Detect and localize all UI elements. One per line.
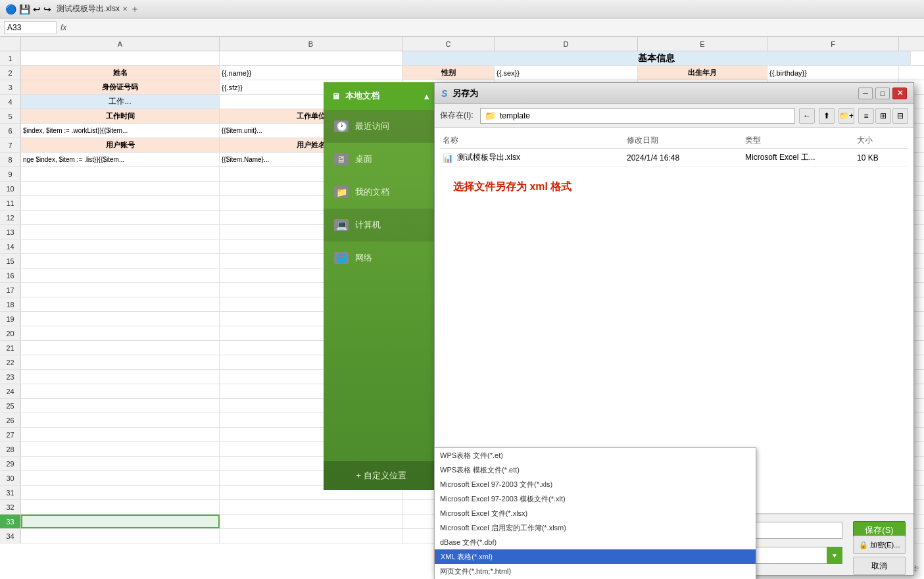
list-item[interactable]: 📊 测试模板导出.xlsx 2024/1/4 16:48 Microsoft E… bbox=[440, 149, 908, 167]
row-number: 18 bbox=[0, 297, 21, 311]
cell-A9[interactable] bbox=[21, 167, 220, 181]
view-list-button[interactable]: ≡ bbox=[858, 108, 874, 124]
cell-reference-input[interactable] bbox=[4, 21, 57, 34]
cell-E2[interactable]: 出生年月 bbox=[638, 66, 767, 80]
view-icon-button[interactable]: ⊞ bbox=[875, 108, 891, 124]
sidebar-item-computer[interactable]: 💻 计算机 bbox=[324, 209, 439, 241]
nav-chevron-icon[interactable]: ▲ bbox=[422, 91, 431, 101]
add-tab-btn[interactable]: ＋ bbox=[130, 3, 139, 15]
dropdown-item-xls97[interactable]: Microsoft Excel 97-2003 文件(*.xls) bbox=[435, 477, 756, 491]
formula-bar: fx bbox=[0, 18, 924, 37]
cell-A8[interactable]: nge $index, $item := .list}}{{$item... bbox=[21, 153, 220, 166]
sidebar-item-label: 网络 bbox=[355, 252, 372, 264]
cancel-button[interactable]: 取消 bbox=[853, 557, 906, 575]
cell-C1-merged[interactable]: 基本信息 bbox=[402, 51, 911, 65]
sidebar-item-network[interactable]: 🌐 网络 bbox=[324, 241, 439, 274]
table-row: 1 基本信息 bbox=[0, 51, 924, 66]
cell-C2[interactable]: 性别 bbox=[402, 66, 495, 80]
sidebar-item-recent[interactable]: 🕐 最近访问 bbox=[324, 110, 439, 143]
row-number: 13 bbox=[0, 225, 21, 239]
cell-B2[interactable]: {{.name}} bbox=[220, 66, 402, 80]
col-header-B[interactable]: B bbox=[220, 37, 402, 51]
dropdown-item-ett[interactable]: WPS表格 模板文件(*.ett) bbox=[435, 463, 756, 477]
wps-s-icon: S bbox=[441, 88, 447, 99]
sidebar-item-desktop[interactable]: 🖥 桌面 bbox=[324, 143, 439, 176]
new-folder-button[interactable]: 📁+ bbox=[839, 108, 854, 124]
dropdown-item-xlsx[interactable]: Microsoft Excel 文件(*.xlsx) bbox=[435, 506, 756, 520]
col-header-C[interactable]: C bbox=[402, 37, 495, 51]
sidebar-item-label: 计算机 bbox=[355, 219, 381, 231]
close-button[interactable]: ✕ bbox=[892, 88, 907, 99]
undo-icon[interactable]: ↩ bbox=[33, 4, 41, 14]
col-header-name: 名称 bbox=[440, 135, 624, 146]
redo-icon[interactable]: ↪ bbox=[43, 4, 51, 14]
location-label: 保存在(I): bbox=[440, 110, 476, 121]
secondary-action-buttons: 🔒 加密(E)... 取消 bbox=[853, 536, 906, 575]
cell-D2[interactable]: {{.sex}} bbox=[495, 66, 638, 80]
file-name-cell: 📊 测试模板导出.xlsx bbox=[440, 152, 624, 163]
dropdown-item-xlt97[interactable]: Microsoft Excel 97-2003 模板文件(*.xlt) bbox=[435, 491, 756, 506]
row-number: 31 bbox=[0, 486, 21, 499]
computer-icon: 💻 bbox=[334, 219, 349, 231]
row-number: 15 bbox=[0, 254, 21, 268]
cell-B1[interactable] bbox=[220, 51, 402, 65]
row-number: 34 bbox=[0, 529, 21, 543]
dropdown-item-xlsm[interactable]: Microsoft Excel 启用宏的工作簿(*.xlsm) bbox=[435, 520, 756, 535]
sidebar-item-mydocs[interactable]: 📁 我的文档 bbox=[324, 176, 439, 209]
nav-up-button[interactable]: ⬆ bbox=[819, 108, 835, 124]
sidebar-item-label: 最近访问 bbox=[355, 120, 389, 132]
col-header-F[interactable]: F bbox=[767, 37, 899, 51]
add-location-button[interactable]: + 自定义位置 bbox=[324, 461, 439, 490]
dropdown-item-et[interactable]: WPS表格 文件(*.et) bbox=[435, 448, 756, 463]
sidebar-item-label: 桌面 bbox=[355, 153, 372, 165]
folder-icon: 📁 bbox=[334, 186, 349, 198]
row-number: 17 bbox=[0, 283, 21, 297]
filetype-dropdown[interactable]: WPS表格 文件(*.et) WPS表格 模板文件(*.ett) Microso… bbox=[434, 447, 756, 579]
cell-A4[interactable]: 工作... bbox=[21, 95, 220, 109]
minimize-button[interactable]: ─ bbox=[858, 88, 873, 99]
file-type-cell: Microsoft Excel 工... bbox=[742, 152, 854, 163]
cell-A5[interactable]: 工作时间 bbox=[21, 109, 220, 123]
row-number: 10 bbox=[0, 182, 21, 195]
cell-A7[interactable]: 用户账号 bbox=[21, 138, 220, 152]
wps-icon: 🔵 bbox=[5, 4, 16, 14]
col-header-size: 大小 bbox=[854, 135, 907, 146]
row-number: 11 bbox=[0, 196, 21, 210]
dropdown-item-dbf[interactable]: dBase 文件(*.dbf) bbox=[435, 535, 756, 549]
dropdown-item-htm[interactable]: 网页文件(*.htm;*.html) bbox=[435, 564, 756, 578]
row-number: 33 bbox=[0, 515, 21, 528]
location-box[interactable]: 📁 template bbox=[480, 108, 795, 124]
titlebar-icons: 🔵 💾 ↩ ↪ bbox=[5, 4, 51, 14]
cell-A3[interactable]: 身份证号码 bbox=[21, 80, 220, 94]
dropdown-item-xml[interactable]: XML 表格(*.xml) bbox=[435, 549, 756, 564]
corner-cell bbox=[0, 37, 21, 51]
row-number: 16 bbox=[0, 268, 21, 282]
cell-A33[interactable] bbox=[21, 515, 220, 528]
col-header-D[interactable]: D bbox=[495, 37, 638, 51]
save-icon[interactable]: 💾 bbox=[19, 4, 30, 14]
tab-close-btn[interactable]: ✕ bbox=[122, 5, 128, 13]
column-headers: A B C D E F bbox=[0, 37, 924, 51]
col-header-E[interactable]: E bbox=[638, 37, 767, 51]
file-size-cell: 10 KB bbox=[854, 153, 907, 163]
nav-back-button[interactable]: ← bbox=[799, 108, 815, 124]
maximize-button[interactable]: □ bbox=[875, 88, 890, 99]
row-number: 30 bbox=[0, 471, 21, 485]
row-number: 14 bbox=[0, 239, 21, 253]
cell-F2[interactable]: {{.birthday}} bbox=[767, 66, 899, 80]
encrypt-button[interactable]: 🔒 加密(E)... bbox=[853, 536, 906, 554]
col-header-A[interactable]: A bbox=[21, 37, 220, 51]
cell-A1[interactable] bbox=[21, 51, 220, 65]
row-number: 6 bbox=[0, 124, 21, 138]
row-number: 22 bbox=[0, 355, 21, 369]
row-number: 23 bbox=[0, 370, 21, 384]
file-name: 测试模板导出.xlsx bbox=[457, 152, 520, 163]
cell-A2[interactable]: 姓名 bbox=[21, 66, 220, 80]
view-detail-button[interactable]: ⊟ bbox=[892, 108, 908, 124]
cell-A6[interactable]: $index, $item := .workList}}{{$item... bbox=[21, 124, 220, 138]
row-number: 2 bbox=[0, 66, 21, 80]
row-number: 32 bbox=[0, 500, 21, 514]
file-nav-panel: 🖥 本地文档 ▲ 🕐 最近访问 🖥 桌面 📁 我的文档 💻 计算机 🌐 网络 +… bbox=[324, 82, 439, 490]
file-nav-header: 🖥 本地文档 ▲ bbox=[324, 82, 439, 110]
row-number: 20 bbox=[0, 326, 21, 340]
